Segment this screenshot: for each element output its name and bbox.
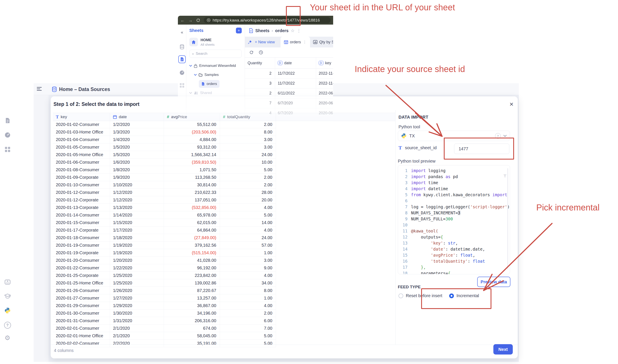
kebab-icon[interactable]: ⋮: [297, 28, 301, 33]
sheets-tree: Emmanuel Wiesenfeld Samples orders: [189, 61, 242, 97]
sidebar-item-apps[interactable]: [0, 147, 15, 152]
folder-icon: [199, 73, 203, 77]
code-line: 9NUM_DAYS_FULL=300: [398, 216, 510, 222]
table-cell: 1/8/2020: [110, 166, 164, 173]
sidebar-item-academy[interactable]: [0, 293, 15, 299]
table-cell: 1/3/2020: [110, 128, 164, 136]
table-row[interactable]: 2020-01-10-Consumer1/10/202030,814.002.0…: [53, 181, 276, 189]
table-row[interactable]: 2020-01-19-Consumer1/19/2020379,162.5657…: [53, 242, 276, 249]
table-row[interactable]: 2020-01-18-Consumer1/18/2020(27,849.00)2…: [53, 234, 276, 242]
search-input[interactable]: ● Search: [189, 50, 242, 58]
column-header-quantity[interactable]: Quantity: [245, 58, 275, 68]
tree-item-folder[interactable]: Samples: [189, 70, 242, 79]
table-cell: 10.00: [220, 158, 276, 166]
browser-window: ← → https://try.kawa.ai/workspaces/128/s…: [178, 16, 333, 132]
forward-icon[interactable]: →: [188, 18, 193, 22]
help-button[interactable]: ?: [0, 322, 15, 329]
mini-table-row[interactable]: 26/11/20222022-06-11-: [245, 88, 333, 98]
reload-icon[interactable]: [196, 18, 200, 22]
column-header-date[interactable]: date: [110, 113, 164, 121]
add-sheet-button[interactable]: +: [236, 28, 242, 33]
mini-table-row[interactable]: 76/7/20202020-06-07-: [245, 98, 333, 108]
radio-icon[interactable]: [399, 294, 403, 298]
scrollbar[interactable]: [507, 168, 508, 270]
menu-icon[interactable]: [37, 87, 42, 91]
table-row[interactable]: 2020-01-15-Consumer1/15/202062,015.0014.…: [53, 219, 276, 226]
table-row[interactable]: 2020-01-25-Corporate1/25/2020223,842.004…: [53, 272, 276, 279]
table-row[interactable]: 2020-01-17-Corporate1/17/202064,864.004.…: [53, 226, 276, 234]
table-row[interactable]: 2020-01-14-Consumer1/14/202065,978.005.0…: [53, 211, 276, 219]
table-row[interactable]: 2020-02-01-Home Office2/1/202058,045.005…: [53, 332, 276, 340]
close-icon[interactable]: ✕: [509, 101, 514, 107]
table-row[interactable]: 2020-01-13-Corporate1/13/2020(532,856.00…: [53, 204, 276, 211]
back-icon[interactable]: ←: [180, 18, 185, 22]
sidebar-item-files[interactable]: [0, 117, 15, 124]
mini-table-row[interactable]: 46/7/20202020-06-07-: [245, 108, 333, 118]
table-row[interactable]: 2020-01-12-Corporate1/12/2020137,051.002…: [53, 196, 276, 204]
tree-item-shared[interactable]: Shared: [189, 88, 242, 97]
table-row[interactable]: 2020-01-04-Consumer1/4/20204,884.003.00: [53, 136, 276, 143]
table-cell: 139,002.86: [164, 279, 220, 286]
settings-button[interactable]: ⚙: [0, 335, 15, 341]
column-header-key[interactable]: T key: [53, 113, 110, 121]
dashboard-icon[interactable]: [180, 70, 185, 75]
line-number: 17: [398, 264, 408, 270]
mini-table-row[interactable]: 311/7/20222022-11-07-: [245, 78, 333, 88]
sidebar-item-home[interactable]: HOME All sheets: [189, 38, 242, 46]
table-cell: 2020-01-19-Consumer: [53, 242, 110, 249]
resize-handle-icon[interactable]: ⊤: [503, 174, 507, 179]
preview-data-button[interactable]: Preview data: [477, 277, 510, 287]
site-info-icon: [207, 18, 210, 22]
table-row[interactable]: 2020-01-29-Consumer1/29/202036,867.004.0…: [53, 302, 276, 310]
history-icon[interactable]: [259, 50, 263, 54]
apps-icon[interactable]: [180, 83, 184, 88]
tree-item-sheet-selected[interactable]: orders: [189, 79, 242, 88]
sidebar-item-dashboards[interactable]: [0, 132, 15, 138]
breadcrumb-root[interactable]: Sheets: [255, 28, 270, 33]
datasource-icon[interactable]: [180, 44, 184, 49]
table-row[interactable]: 2020-01-19-Corporate1/19/2020(515,154.00…: [53, 249, 276, 257]
table-row[interactable]: 2020-01-26-Consumer1/26/202087,220.678.0…: [53, 287, 276, 294]
table-cell: 1/31/2020: [110, 317, 164, 324]
table-row[interactable]: 2020-01-25-Home Office1/25/2020139,002.8…: [53, 279, 276, 287]
page: Home – Data Sources ? ⚙ TE Step 1 of 2: …: [0, 0, 618, 364]
code-editor[interactable]: 1import logging2import pandas as pd3impo…: [398, 165, 510, 274]
url-text: https://try.kawa.ai/workspaces/128/sheet…: [213, 18, 320, 23]
tab-orders[interactable]: orders ⋮: [281, 37, 310, 47]
python-icon[interactable]: [0, 307, 15, 314]
table-row[interactable]: 2020-01-09-Corporate1/9/2020113,268.502.…: [53, 174, 276, 181]
kebab-icon[interactable]: ⋮: [303, 40, 307, 44]
code-line: 10: [398, 222, 510, 228]
mini-table-row[interactable]: 211/7/20222022-11-07-: [245, 69, 333, 78]
tree-label: orders: [206, 82, 217, 86]
next-button[interactable]: Next: [493, 344, 513, 354]
address-bar[interactable]: https://try.kawa.ai/workspaces/128/sheet…: [204, 17, 331, 23]
sheets-tab-icon[interactable]: [178, 55, 186, 63]
table-row[interactable]: 2020-01-27-Consumer1/27/202013,257.001.0…: [53, 294, 276, 302]
pin-icon[interactable]: [248, 40, 252, 44]
new-view-button[interactable]: + New view: [255, 40, 275, 44]
sidebar-item-automations[interactable]: [0, 279, 15, 285]
table-row[interactable]: 2020-01-20-Consumer1/20/202041,028.003.0…: [53, 257, 276, 264]
tab-qty-by-su[interactable]: Qty by Su: [310, 40, 339, 44]
table-row[interactable]: 2020-01-31-Consumer1/31/2020206,316.006.…: [53, 317, 276, 325]
tree-item-workspace[interactable]: Emmanuel Wiesenfeld: [189, 61, 242, 70]
table-cell: 2.00: [220, 310, 276, 317]
star-icon[interactable]: ☆: [291, 28, 295, 33]
table-row[interactable]: 2020-02-02-Consumer2/2/202035,191.005.00: [53, 340, 276, 347]
table-row[interactable]: 2020-01-22-Consumer1/22/202096,192.009.0…: [53, 264, 276, 272]
table-row[interactable]: 2020-02-01-Consumer2/1/2020674.007.00: [53, 325, 276, 332]
table-row[interactable]: 2020-01-30-Consumer1/30/202034,196.002.0…: [53, 310, 276, 317]
column-header-date[interactable]: fxdate: [275, 58, 316, 68]
table-row[interactable]: 2020-01-12-Consumer1/12/2020210,622.3328…: [53, 189, 276, 196]
param-name: source_sheet_id: [405, 145, 437, 150]
refresh-icon[interactable]: [249, 50, 254, 54]
table-row[interactable]: 2020-01-06-Consumer1/6/2020(359,810.50)1…: [53, 158, 276, 166]
table-row[interactable]: 2020-01-08-Consumer1/8/20201,071.505.00: [53, 166, 276, 174]
column-header-key[interactable]: fxkey: [316, 58, 333, 68]
table-row[interactable]: 2020-01-05-Consumer1/5/202093,312.003.00: [53, 143, 276, 151]
table-row[interactable]: 2020-01-05-Home Office1/5/20201,566,342.…: [53, 151, 276, 158]
table-cell: 24.00: [220, 234, 276, 241]
collapse-icon[interactable]: «: [181, 30, 183, 35]
table-cell: 1/22/2020: [110, 264, 164, 272]
